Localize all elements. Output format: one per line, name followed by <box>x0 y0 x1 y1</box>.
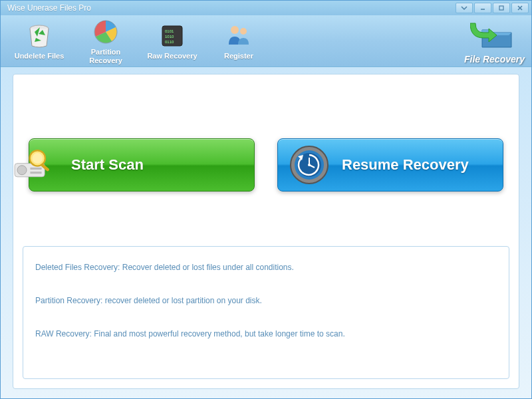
close-button[interactable] <box>511 3 529 13</box>
svg-point-8 <box>231 26 239 34</box>
main-buttons: Start Scan Resume Recovery <box>27 138 505 192</box>
partition-recovery-button[interactable]: Partition Recovery <box>72 15 139 68</box>
minimize-icon <box>479 5 486 11</box>
toolbar-label: Raw Recovery <box>139 52 205 61</box>
info-raw: RAW Recovery: Final and most powerful re… <box>35 329 497 338</box>
brand-logo: File Recovery <box>464 21 525 65</box>
toolbar-label: Partition Recovery <box>72 48 139 65</box>
raw-recovery-button[interactable]: 0101 1010 0110 Raw Recovery <box>139 19 205 63</box>
start-scan-label: Start Scan <box>71 156 144 174</box>
clock-restore-icon <box>286 142 332 188</box>
info-partition: Partition Recovery: recover deleted or l… <box>35 296 497 305</box>
app-window: Wise Unerase Files Pro <box>0 0 532 399</box>
main-content: Start Scan Resume Recovery <box>13 74 519 389</box>
svg-point-22 <box>308 164 311 166</box>
toolbar-label: Undelete Files <box>6 52 72 61</box>
people-icon <box>205 21 272 51</box>
register-button[interactable]: Register <box>205 19 272 63</box>
svg-rect-12 <box>30 168 41 170</box>
svg-text:0110: 0110 <box>165 40 174 44</box>
recycle-bin-icon <box>6 21 72 51</box>
maximize-icon <box>498 5 505 11</box>
dropdown-button[interactable] <box>456 3 473 13</box>
svg-point-11 <box>17 166 27 175</box>
chevron-down-icon <box>461 5 467 11</box>
window-controls <box>456 3 529 13</box>
svg-text:1010: 1010 <box>165 35 174 39</box>
svg-point-15 <box>33 153 43 164</box>
titlebar: Wise Unerase Files Pro <box>1 1 531 15</box>
brand-label: File Recovery <box>464 54 525 65</box>
resume-recovery-button[interactable]: Resume Recovery <box>277 138 503 192</box>
undelete-files-button[interactable]: Undelete Files <box>6 19 72 63</box>
minimize-button[interactable] <box>474 3 491 13</box>
maximize-button[interactable] <box>493 3 510 13</box>
binary-chip-icon: 0101 1010 0110 <box>139 21 205 51</box>
toolbar: Undelete Files Partition Recovery 0101 <box>1 15 531 67</box>
svg-text:0101: 0101 <box>165 29 174 33</box>
window-title: Wise Unerase Files Pro <box>3 3 91 13</box>
info-panel: Deleted Files Recovery: Recover deleted … <box>23 246 509 379</box>
pie-chart-icon <box>72 17 139 47</box>
resume-recovery-label: Resume Recovery <box>342 156 469 174</box>
svg-rect-1 <box>499 6 503 10</box>
toolbar-label: Register <box>205 52 272 61</box>
drive-magnifier-icon <box>13 142 59 188</box>
info-deleted-files: Deleted Files Recovery: Recover deleted … <box>35 263 497 272</box>
start-scan-button[interactable]: Start Scan <box>29 138 255 192</box>
folder-arrow-icon <box>470 21 518 50</box>
close-icon <box>517 5 523 11</box>
svg-rect-13 <box>30 172 41 174</box>
svg-point-9 <box>240 28 247 35</box>
